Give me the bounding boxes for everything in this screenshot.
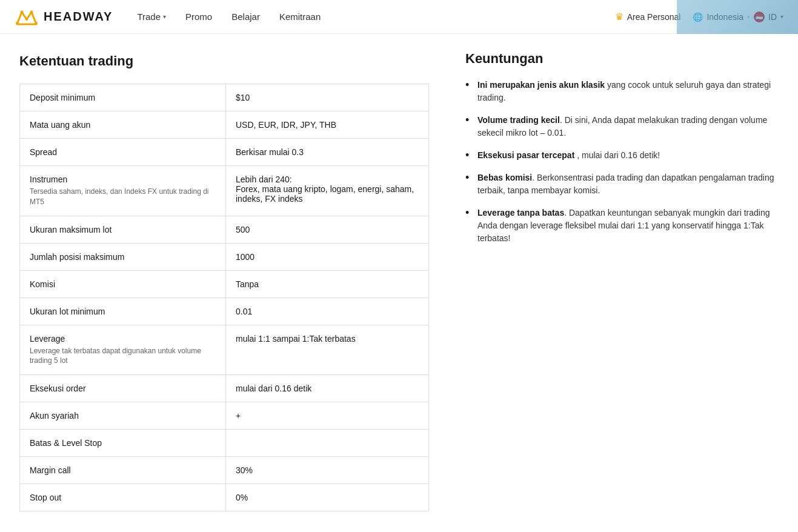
table-cell-value: $10 (226, 84, 429, 111)
svg-point-2 (16, 22, 18, 24)
svg-point-4 (35, 22, 38, 24)
headway-logo-icon (15, 7, 39, 27)
table-cell-value: + (226, 402, 429, 430)
cell-value-text: Berkisar mulai 0.3 (236, 147, 419, 157)
table-cell-label: Batas & Level Stop (20, 430, 226, 457)
list-item-bold: Ini merupakan jenis akun klasik (477, 80, 605, 90)
cell-label-text: Deposit minimum (30, 93, 216, 102)
cell-label-text: Mata uang akun (30, 120, 216, 130)
table-row: Jumlah posisi maksimum1000 (20, 243, 429, 270)
list-item: Ini merupakan jenis akun klasik yang coc… (465, 79, 781, 104)
right-panel: Keuntungan Ini merupakan jenis akun klas… (448, 34, 798, 531)
list-item: Eksekusi pasar tercepat , mulai dari 0.1… (465, 149, 781, 162)
list-item-bold: Leverage tanpa batas (477, 208, 564, 218)
nav-kemitraan[interactable]: Kemitraan (279, 12, 321, 22)
nav-promo[interactable]: Promo (185, 12, 212, 22)
main-nav: Trade ▾ Promo Belajar Kemitraan (137, 12, 614, 22)
table-cell-value: 1000 (226, 243, 429, 270)
logo[interactable]: HEADWAY (15, 7, 113, 27)
cell-value-text: Forex, mata uang kripto, logam, energi, … (236, 184, 414, 204)
navbar: HEADWAY Trade ▾ Promo Belajar Kemitraan … (0, 0, 798, 34)
cell-value-text: 0% (236, 493, 419, 502)
table-row: Stop out0% (20, 484, 429, 511)
cell-value-text: 500 (236, 225, 419, 234)
nav-trade[interactable]: Trade ▾ (137, 12, 166, 22)
cell-label-text: Stop out (30, 493, 216, 502)
crown-icon: ♛ (615, 11, 623, 22)
page-title: Ketentuan trading (19, 53, 429, 69)
cell-value-text: Tanpa (236, 279, 419, 289)
table-row: InstrumenTersedia saham, indeks, dan Ind… (20, 166, 429, 216)
table-cell-label: LeverageLeverage tak terbatas dapat digu… (20, 325, 226, 375)
table-cell-label: Ukuran maksimum lot (20, 216, 226, 243)
list-item-bold: Volume trading kecil (477, 115, 560, 125)
cell-label-text: Ukuran lot minimum (30, 307, 216, 316)
table-cell-label: Jumlah posisi maksimum (20, 243, 226, 270)
keuntungan-title: Keuntungan (465, 51, 781, 67)
table-cell-value: 0% (226, 484, 429, 511)
list-item-bold: Eksekusi pasar tercepat (477, 150, 574, 160)
header-bg-decoration (677, 0, 798, 34)
table-cell-label: InstrumenTersedia saham, indeks, dan Ind… (20, 166, 226, 216)
table-cell-value: mulai 1:1 sampai 1:Tak terbatas (226, 325, 429, 375)
svg-point-3 (25, 18, 28, 21)
svg-point-5 (21, 10, 24, 13)
list-item: Leverage tanpa batas. Dapatkan keuntunga… (465, 207, 781, 245)
table-row: Ukuran lot minimum0.01 (20, 298, 429, 325)
left-panel: Ketentuan trading Deposit minimum$10Mata… (0, 34, 448, 531)
table-cell-label: Komisi (20, 270, 226, 298)
table-row: Margin call30% (20, 457, 429, 484)
cell-label-text: Batas & Level Stop (30, 438, 216, 448)
cell-label-text: Leverage (30, 334, 216, 344)
cell-label-text: Spread (30, 147, 216, 157)
cell-label-text: Instrumen (30, 175, 216, 184)
keuntungan-box: Keuntungan Ini merupakan jenis akun klas… (448, 34, 798, 276)
table-cell-value: Tanpa (226, 270, 429, 298)
list-item: Bebas komisi. Berkonsentrasi pada tradin… (465, 171, 781, 197)
table-cell-label: Ukuran lot minimum (20, 298, 226, 325)
list-item-bold: Bebas komisi (477, 173, 532, 182)
trading-table: Deposit minimum$10Mata uang akunUSD, EUR… (19, 84, 429, 511)
cell-value-text: 1000 (236, 252, 419, 262)
list-item: Volume trading kecil. Di sini, Anda dapa… (465, 114, 781, 139)
area-personal-button[interactable]: ♛ Area Personal (615, 11, 681, 22)
table-row: LeverageLeverage tak terbatas dapat digu… (20, 325, 429, 375)
cell-label-text: Komisi (30, 279, 216, 289)
table-cell-value: 0.01 (226, 298, 429, 325)
table-row: Ukuran maksimum lot500 (20, 216, 429, 243)
table-cell-label: Spread (20, 139, 226, 166)
cell-label-text: Ukuran maksimum lot (30, 225, 216, 234)
main-layout: Ketentuan trading Deposit minimum$10Mata… (0, 34, 798, 531)
cell-label-text: Jumlah posisi maksimum (30, 252, 216, 262)
cell-value-text: + (236, 411, 419, 421)
cell-label-text: Eksekusi order (30, 384, 216, 393)
table-cell-value: Lebih dari 240:Forex, mata uang kripto, … (226, 166, 429, 216)
cell-sublabel-text: Leverage tak terbatas dapat digunakan un… (30, 346, 216, 367)
cell-label-text: Akun syariah (30, 411, 216, 421)
trade-chevron-icon: ▾ (163, 13, 166, 20)
cell-sublabel-text: Tersedia saham, indeks, dan Indeks FX un… (30, 187, 216, 207)
svg-point-6 (30, 10, 33, 13)
cell-value-text: mulai 1:1 sampai 1:Tak terbatas (236, 334, 419, 344)
nav-belajar[interactable]: Belajar (231, 12, 260, 22)
cell-label-text: Margin call (30, 465, 216, 475)
table-row: SpreadBerkisar mulai 0.3 (20, 139, 429, 166)
logo-text: HEADWAY (44, 10, 113, 24)
table-cell-label: Eksekusi order (20, 375, 226, 402)
table-row: Deposit minimum$10 (20, 84, 429, 111)
cell-value-text: 30% (236, 465, 419, 475)
table-cell-label: Stop out (20, 484, 226, 511)
table-row: Eksekusi ordermulai dari 0.16 detik (20, 375, 429, 402)
cell-value-text: $10 (236, 93, 419, 102)
cell-value-text: mulai dari 0.16 detik (236, 384, 419, 393)
cell-value-text: USD, EUR, IDR, JPY, THB (236, 120, 419, 130)
table-cell-label: Margin call (20, 457, 226, 484)
table-cell-value: mulai dari 0.16 detik (226, 375, 429, 402)
table-row: Akun syariah+ (20, 402, 429, 430)
table-cell-value (226, 430, 429, 457)
table-row: Mata uang akunUSD, EUR, IDR, JPY, THB (20, 111, 429, 139)
table-cell-label: Deposit minimum (20, 84, 226, 111)
area-personal-label: Area Personal (627, 12, 681, 22)
keuntungan-list: Ini merupakan jenis akun klasik yang coc… (465, 79, 781, 245)
table-cell-value: 30% (226, 457, 429, 484)
